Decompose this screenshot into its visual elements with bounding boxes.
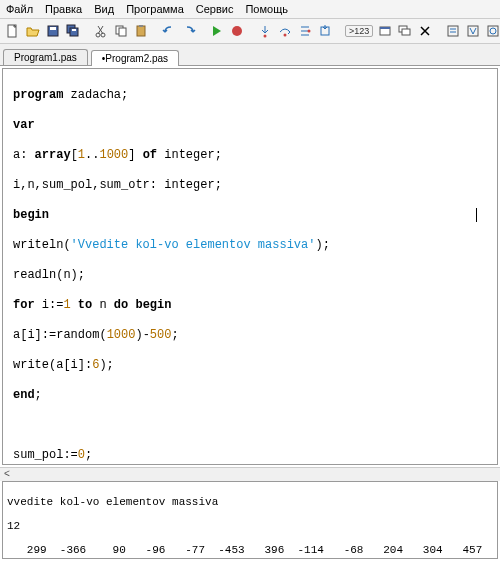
output-panel[interactable]: vvedite kol-vo elementov massiva 12 299 … [2, 481, 498, 559]
svg-point-24 [490, 28, 496, 34]
tool2-icon[interactable] [465, 22, 481, 40]
new-file-icon[interactable] [5, 22, 21, 40]
window-icon[interactable] [377, 22, 393, 40]
tab-bar: Program1.pas •Program2.pas [0, 44, 500, 66]
output-line: 12 [7, 520, 493, 532]
svg-rect-5 [72, 29, 76, 31]
svg-rect-10 [137, 26, 145, 36]
save-icon[interactable] [45, 22, 61, 40]
svg-rect-21 [448, 26, 458, 36]
close-icon[interactable] [417, 22, 433, 40]
svg-point-12 [232, 26, 242, 36]
code-editor[interactable]: program zadacha; var a: array[1..1000] o… [2, 68, 498, 465]
svg-rect-18 [380, 27, 390, 29]
cut-icon[interactable] [93, 22, 109, 40]
tool3-icon[interactable] [485, 22, 500, 40]
step-over-icon[interactable] [277, 22, 293, 40]
run-to-cursor-icon[interactable] [317, 22, 333, 40]
goto-line-button[interactable]: >123 [345, 25, 373, 37]
output-line: 299 -366 90 -96 -77 -453 396 -114 -68 20… [7, 544, 493, 556]
svg-rect-20 [402, 29, 410, 35]
scroll-indicator[interactable]: < [0, 467, 500, 481]
menu-help[interactable]: Помощь [245, 3, 288, 15]
windows-icon[interactable] [397, 22, 413, 40]
copy-icon[interactable] [113, 22, 129, 40]
step-into-icon[interactable] [257, 22, 273, 40]
svg-rect-11 [139, 25, 143, 27]
menu-view[interactable]: Вид [94, 3, 114, 15]
menu-service[interactable]: Сервис [196, 3, 234, 15]
undo-icon[interactable] [161, 22, 177, 40]
trace-icon[interactable] [297, 22, 313, 40]
svg-point-14 [284, 34, 287, 37]
stop-icon[interactable] [229, 22, 245, 40]
output-line: vvedite kol-vo elementov massiva [7, 496, 493, 508]
save-all-icon[interactable] [65, 22, 81, 40]
run-icon[interactable] [209, 22, 225, 40]
text-cursor [476, 208, 477, 222]
toolbar: >123 [0, 19, 500, 44]
menu-program[interactable]: Программа [126, 3, 184, 15]
tab-program1[interactable]: Program1.pas [3, 49, 88, 65]
open-file-icon[interactable] [25, 22, 41, 40]
menu-bar: Файл Правка Вид Программа Сервис Помощь [0, 0, 500, 19]
tool1-icon[interactable] [445, 22, 461, 40]
redo-icon[interactable] [181, 22, 197, 40]
svg-point-15 [308, 30, 311, 33]
svg-rect-2 [50, 27, 56, 30]
menu-edit[interactable]: Правка [45, 3, 82, 15]
svg-point-13 [264, 35, 267, 38]
tab-program2[interactable]: •Program2.pas [91, 50, 179, 66]
menu-file[interactable]: Файл [6, 3, 33, 15]
svg-rect-9 [119, 28, 126, 36]
paste-icon[interactable] [133, 22, 149, 40]
